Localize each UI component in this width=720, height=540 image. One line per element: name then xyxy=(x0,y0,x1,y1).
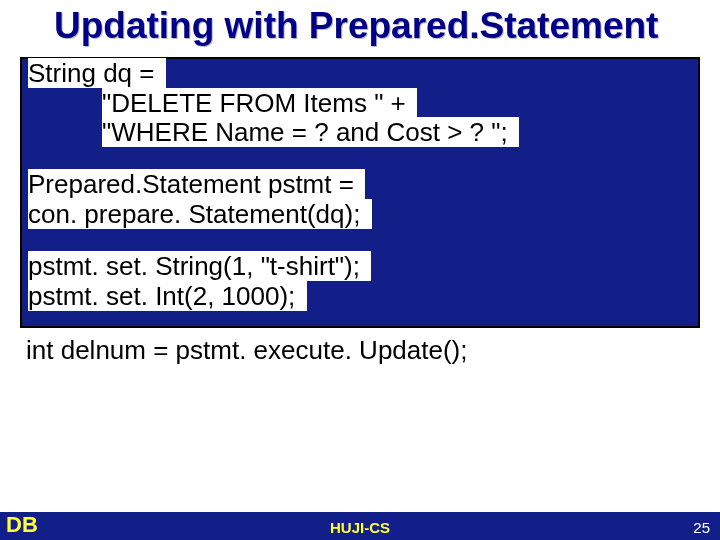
code-box: String dq = "DELETE FROM Items " + "WHER… xyxy=(20,57,700,328)
footer-center: HUJI-CS xyxy=(0,519,720,536)
code-line-1: String dq = xyxy=(28,58,166,88)
slide-title: Updating with Prepared.Statement xyxy=(0,0,720,53)
code-line-4: Prepared.Statement pstmt = xyxy=(28,169,365,199)
code-line-5: con. prepare. Statement(dq); xyxy=(28,199,372,229)
page-number: 25 xyxy=(693,519,710,536)
code-line-6: pstmt. set. String(1, "t-shirt"); xyxy=(28,251,371,281)
code-below-box: int delnum = pstmt. execute. Update(); xyxy=(20,336,700,366)
code-line-3: "WHERE Name = ? and Cost > ? "; xyxy=(102,117,519,147)
code-line-2: "DELETE FROM Items " + xyxy=(102,88,417,118)
code-line-7: pstmt. set. Int(2, 1000); xyxy=(28,281,307,311)
code-line-outside: int delnum = pstmt. execute. Update(); xyxy=(20,336,700,366)
footer-bar: DB HUJI-CS 25 xyxy=(0,512,720,540)
